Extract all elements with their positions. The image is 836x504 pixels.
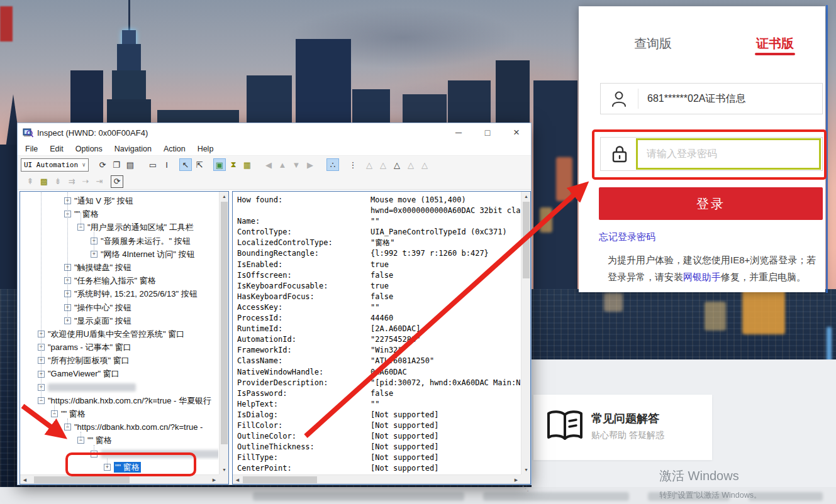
tree-hscroll-thumb[interactable] — [34, 476, 130, 483]
property-row[interactable]: HasKeyboardFocus:false — [233, 292, 520, 302]
follow-right-icon[interactable]: ⇥ — [93, 175, 106, 188]
property-row[interactable]: FillType:[Not supported] — [233, 452, 520, 463]
property-row[interactable]: ControlType:UIA_PaneControlTypeId (0xC37… — [233, 227, 520, 238]
scroll-left-icon[interactable]: ◀ — [233, 475, 242, 485]
tree-node[interactable]: +"系统时钟, 15:21, 2025/6/13" 按钮 — [21, 287, 218, 300]
tree-node[interactable]: −"用户显示的通知区域" 工具栏 — [21, 220, 218, 233]
property-row[interactable]: How found:Mouse move (1051,400) — [233, 195, 520, 205]
refresh-icon[interactable]: ⟳ — [96, 158, 109, 171]
show-properties-icon[interactable]: ▤ — [124, 158, 137, 171]
tree-node[interactable]: +"通知 V 形" 按钮 — [21, 194, 218, 207]
tree-node[interactable]: +"" 窗格 — [21, 460, 218, 473]
tree-node[interactable]: −"https://dbank.hxb.com.cn/?k=true - 华夏银… — [21, 393, 218, 407]
maximize-button[interactable]: □ — [473, 123, 502, 142]
property-row[interactable]: CenterPoint:[Not supported] — [233, 463, 520, 474]
close-button[interactable]: × — [502, 123, 531, 142]
highlight-rectangle-icon[interactable]: ▣ — [213, 158, 226, 171]
property-row[interactable]: IsOffscreen:false — [233, 270, 520, 281]
tree-node[interactable]: +"所有控制面板项" 窗口 — [21, 353, 218, 366]
nav-next-sibling-icon[interactable]: ▼ — [290, 158, 303, 171]
property-row[interactable]: HelpText:"" — [233, 399, 520, 410]
tree-horizontal-scrollbar[interactable]: ◀ ▶ — [20, 474, 219, 484]
show-highlight-icon[interactable]: ▩ — [38, 175, 50, 188]
tree-node[interactable]: +"网络 4Internet 访问" 按钮 — [21, 247, 218, 260]
property-row[interactable]: FrameworkId:"Win32" — [233, 345, 520, 356]
tree-control-view-icon[interactable]: △ — [377, 158, 389, 171]
property-row[interactable]: ClassName:"ATL:6081A250" — [233, 356, 520, 366]
menu-help[interactable]: Help — [198, 145, 214, 153]
menu-options[interactable]: Options — [75, 145, 103, 153]
resize-grip[interactable]: ⋱ — [522, 485, 529, 493]
certificate-field[interactable]: 681******02A证书信息 — [600, 83, 823, 114]
tree-node[interactable]: −"" 窗格 — [21, 407, 218, 420]
expand-node-icon[interactable]: ⇉ — [65, 175, 78, 188]
copy-tree-icon[interactable]: ❐ — [110, 158, 123, 171]
cursor-tracking-icon[interactable]: ↖ — [179, 158, 192, 171]
scroll-right-icon[interactable]: ▶ — [511, 475, 521, 485]
property-row[interactable]: IsKeyboardFocusable:true — [233, 281, 520, 292]
tree-node[interactable]: +"操作中心" 按钮 — [21, 300, 218, 314]
follow-left-icon[interactable]: ⇢ — [79, 175, 92, 188]
property-row[interactable]: BoundingRectangle:{l:992 t:397 r:1260 b:… — [233, 248, 520, 259]
scroll-up-icon[interactable]: ▲ — [521, 192, 531, 201]
password-input[interactable] — [638, 140, 819, 168]
tree-node[interactable]: +"params - 记事本" 窗口 — [21, 340, 218, 353]
selection-rectangle-icon[interactable]: ▭ — [147, 158, 159, 171]
forgot-password-link[interactable]: 忘记登录密码 — [599, 231, 655, 243]
property-row[interactable]: ProviderDescription:"[pid:30072, hwnd:0x… — [233, 378, 520, 388]
tree-node[interactable]: +"触摸键盘" 按钮 — [21, 260, 218, 273]
property-row[interactable]: ProcessId:44460 — [233, 313, 520, 324]
property-row[interactable]: IsEnabled:true — [233, 260, 520, 270]
props-horizontal-scrollbar[interactable]: ◀ ▶ — [233, 474, 521, 484]
tree-node[interactable]: −"https://dbank.hxb.com.cn/?k=true - — [21, 420, 218, 433]
tree-vertical-scrollbar[interactable]: ▲ ▼ — [219, 192, 228, 474]
property-row[interactable]: OutlineThickness:[Not supported] — [233, 442, 520, 452]
tree-node[interactable]: + — [21, 380, 218, 393]
tree-filter-icon[interactable]: △ — [404, 158, 417, 171]
watch-focus-icon[interactable]: ⇞ — [24, 175, 36, 188]
nav-first-child-icon[interactable]: ▶ — [304, 158, 316, 171]
props-vscroll-thumb[interactable] — [523, 202, 530, 278]
property-row[interactable]: IsPassword:false — [233, 388, 520, 399]
tree-vscroll-thumb[interactable] — [221, 202, 228, 444]
props-vertical-scrollbar[interactable]: ▲ ▼ — [521, 192, 530, 474]
property-row[interactable]: IsDialog:[Not supported] — [233, 410, 520, 420]
property-row[interactable]: AccessKey:"" — [233, 302, 520, 313]
tree-node[interactable]: +"欢迎使用U盾集中安全管控系统" 窗口 — [21, 327, 218, 340]
tab-certificate-version[interactable]: 证书版 — [756, 35, 794, 52]
keyboard-icon[interactable]: ▦ — [241, 158, 254, 171]
menu-navigation[interactable]: Navigation — [114, 145, 152, 153]
tree-raw-view-icon[interactable]: △ — [363, 158, 376, 171]
nav-parent-icon[interactable]: ◀ — [262, 158, 275, 171]
property-row[interactable]: LocalizedControlType:"窗格" — [233, 238, 520, 248]
property-row[interactable]: Name:"" — [233, 216, 520, 227]
scroll-left-icon[interactable]: ◀ — [20, 475, 30, 485]
minimize-button[interactable]: ─ — [444, 123, 473, 142]
hourglass-icon[interactable]: ⧗ — [227, 158, 240, 171]
property-row[interactable]: RuntimeId:[2A.A60DAC] — [233, 324, 520, 334]
auto-refresh-icon[interactable]: ⟳ — [111, 175, 123, 188]
scroll-down-icon[interactable]: ▼ — [521, 465, 531, 474]
faq-card[interactable]: 常见问题解答 贴心帮助 答疑解惑 — [533, 395, 712, 460]
tree-mode-icon[interactable]: ∴ — [326, 158, 339, 171]
tree-node[interactable]: −"" 窗格 — [21, 207, 218, 220]
scroll-down-icon[interactable]: ▼ — [220, 465, 229, 474]
property-row[interactable]: FillColor:[Not supported] — [233, 420, 520, 431]
property-row[interactable]: NativeWindowHandle:0xA60DAC — [233, 367, 520, 378]
title-bar[interactable]: Inspect (HWND: 0x00F00AF4) ─ □ × — [18, 123, 531, 142]
scroll-right-icon[interactable]: ▶ — [209, 475, 219, 485]
tree-node[interactable]: +"任务栏输入指示" 窗格 — [21, 273, 218, 287]
property-row[interactable]: hwnd=0x0000000000A60DAC 32bit class="A — [233, 205, 520, 216]
tree-node[interactable]: − — [21, 447, 218, 460]
tree-node[interactable]: +"显示桌面" 按钮 — [21, 314, 218, 327]
property-row[interactable]: AutomationId:"227545288" — [233, 334, 520, 345]
tree-content-view-icon[interactable]: △ — [391, 158, 403, 171]
goto-focus-icon[interactable]: ⇟ — [52, 175, 64, 188]
nav-previous-sibling-icon[interactable]: ▲ — [276, 158, 289, 171]
menu-edit[interactable]: Edit — [50, 145, 64, 153]
scroll-up-icon[interactable]: ▲ — [220, 192, 229, 201]
tree-node[interactable]: −"" 窗格 — [21, 433, 218, 446]
tree-dots-icon[interactable]: ⋮ — [347, 158, 359, 171]
property-row[interactable]: OutlineColor:[Not supported] — [233, 431, 520, 442]
mode-selector-dropdown[interactable]: UI Automation ∨ — [21, 158, 89, 172]
